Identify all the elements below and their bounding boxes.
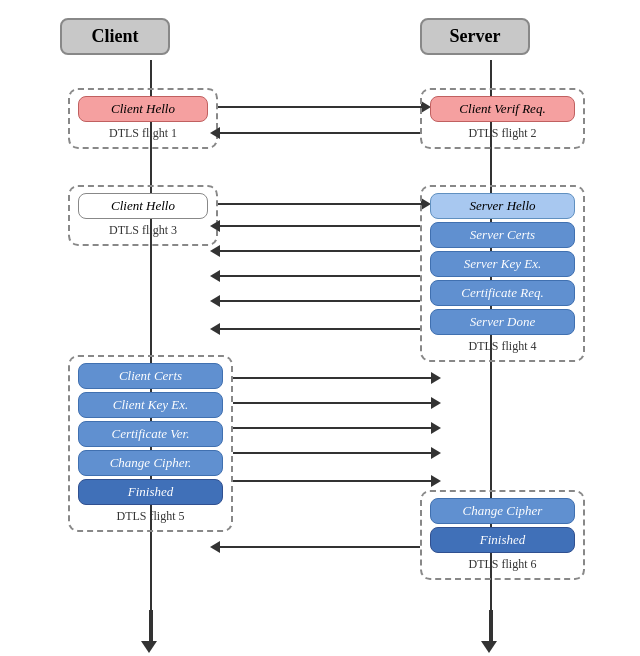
client-header: Client	[60, 18, 170, 55]
server-bottom-arrow-shaft	[489, 610, 493, 642]
server-bottom-arrow-head	[481, 641, 497, 653]
arrow-f4-1	[218, 225, 420, 227]
flight2-box: Client Verif Req. DTLS flight 2	[420, 88, 585, 149]
flight4-box: Server Hello Server Certs Server Key Ex.…	[420, 185, 585, 362]
arrow-f5-4	[233, 452, 433, 454]
server-label: Server	[450, 26, 501, 46]
flight6-box: Change Cipher Finished DTLS flight 6	[420, 490, 585, 580]
arrow-f4-4	[218, 300, 420, 302]
msg-change-cipher-server: Change Cipher	[430, 498, 575, 524]
arrow-f4-5	[218, 328, 420, 330]
arrow-flight2-left	[218, 132, 420, 134]
server-header: Server	[420, 18, 530, 55]
msg-client-verif-req: Client Verif Req.	[430, 96, 575, 122]
arrow-ch1-right	[218, 106, 423, 108]
arrow-f4-2	[218, 250, 420, 252]
arrow-f5-5	[233, 480, 433, 482]
client-bottom-arrow-shaft	[149, 610, 153, 642]
msg-change-cipher-client: Change Cipher.	[78, 450, 223, 476]
flight3-label: DTLS flight 3	[78, 223, 208, 238]
flight3-box: Client Hello DTLS flight 3	[68, 185, 218, 246]
msg-server-hello: Server Hello	[430, 193, 575, 219]
arrow-f5-2	[233, 402, 433, 404]
flight5-label: DTLS flight 5	[78, 509, 223, 524]
msg-client-key-ex: Client Key Ex.	[78, 392, 223, 418]
flight6-label: DTLS flight 6	[430, 557, 575, 572]
arrow-f5-1	[233, 377, 433, 379]
flight1-label: DTLS flight 1	[78, 126, 208, 141]
arrow-f4-3	[218, 275, 420, 277]
msg-cert-ver: Certificate Ver.	[78, 421, 223, 447]
msg-cert-req: Certificate Req.	[430, 280, 575, 306]
msg-client-hello-1: Client Hello	[78, 96, 208, 122]
flight4-label: DTLS flight 4	[430, 339, 575, 354]
msg-client-hello-3: Client Hello	[78, 193, 208, 219]
msg-client-certs: Client Certs	[78, 363, 223, 389]
flight1-box: Client Hello DTLS flight 1	[68, 88, 218, 149]
msg-finished-server: Finished	[430, 527, 575, 553]
flight2-label: DTLS flight 2	[430, 126, 575, 141]
msg-server-done: Server Done	[430, 309, 575, 335]
arrow-ch3-right	[218, 203, 423, 205]
client-bottom-arrow-head	[141, 641, 157, 653]
arrow-f5-3	[233, 427, 433, 429]
flight5-box: Client Certs Client Key Ex. Certificate …	[68, 355, 233, 532]
msg-server-certs: Server Certs	[430, 222, 575, 248]
msg-server-key-ex: Server Key Ex.	[430, 251, 575, 277]
client-label: Client	[92, 26, 139, 46]
msg-finished-client: Finished	[78, 479, 223, 505]
dtls-diagram: Client Server Client Hello DTLS flight 1…	[0, 0, 640, 656]
arrow-f6-1	[218, 546, 420, 548]
